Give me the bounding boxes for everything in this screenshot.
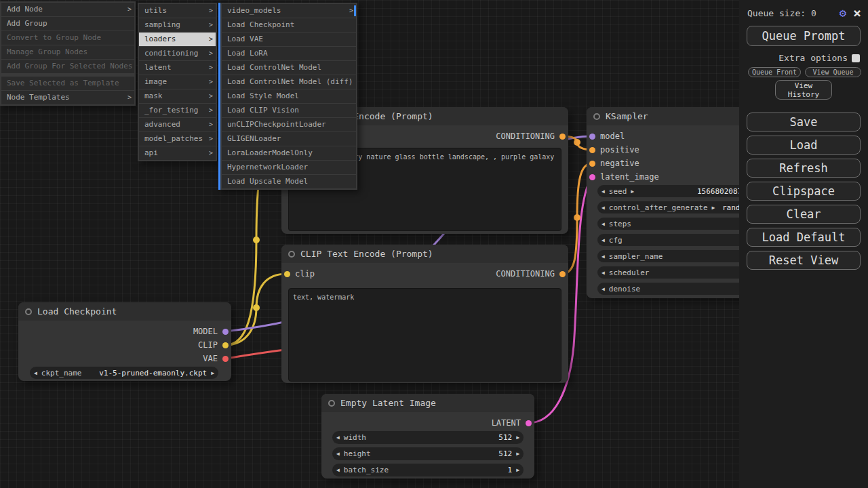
menu-item-sampling[interactable]: sampling>	[139, 18, 216, 32]
collapse-dot-icon[interactable]	[25, 308, 32, 315]
settings-gear-icon[interactable]: ⚙	[840, 6, 846, 20]
output-slot-vae-dot[interactable]	[222, 356, 229, 362]
decrement-arrow-icon[interactable]: ◀	[336, 434, 340, 441]
menu-item-loraloadermodelonly[interactable]: LoraLoaderModelOnly	[222, 146, 356, 160]
menu-item-label: api	[144, 148, 158, 157]
decrement-arrow-icon[interactable]: ◀	[601, 188, 605, 195]
menu-item-label: Load VAE	[227, 35, 263, 43]
menu-item-advanced[interactable]: advanced>	[139, 118, 216, 131]
close-icon[interactable]: ×	[853, 7, 861, 18]
extra-options-checkbox[interactable]	[852, 54, 860, 62]
decrement-arrow-icon[interactable]: ◀	[336, 451, 340, 457]
load-default-button[interactable]: Load Default	[747, 228, 861, 247]
input-slot-model-dot[interactable]	[589, 134, 595, 140]
decrement-arrow-icon[interactable]: ◀	[601, 286, 605, 292]
menu-item-load-clip-vision[interactable]: Load CLIP Vision	[222, 104, 356, 117]
menu-item-unclipcheckpointloader[interactable]: unCLIPCheckpointLoader	[222, 118, 356, 131]
reset-view-button[interactable]: Reset View	[747, 251, 861, 270]
output-slot-conditioning-dot[interactable]	[559, 271, 566, 277]
menu-item-load-style-model[interactable]: Load Style Model	[222, 89, 356, 103]
decrement-arrow-icon[interactable]: ◀	[601, 221, 605, 227]
widget-batch-size[interactable]: ◀batch_size1▶	[332, 464, 524, 476]
increment-arrow-icon[interactable]: ▶	[631, 188, 634, 195]
decrement-arrow-icon[interactable]: ◀	[601, 205, 605, 211]
output-slot-clip[interactable]: CLIP	[18, 339, 231, 351]
view-history-button[interactable]: View History	[775, 80, 832, 100]
increment-arrow-icon[interactable]: ▶	[516, 434, 519, 441]
clear-button[interactable]: Clear	[747, 205, 861, 224]
output-slot-model[interactable]: MODEL	[18, 325, 231, 338]
queue-prompt-button[interactable]: Queue Prompt	[747, 26, 861, 46]
prompt-textarea[interactable]: text, watermark	[288, 288, 561, 382]
node-canvas[interactable]: Load Checkpoint MODELCLIPVAE ◀ckpt_namev…	[0, 0, 868, 488]
node-header[interactable]: Empty Latent Image	[321, 394, 534, 412]
menu-item-model-patches[interactable]: model_patches>	[139, 132, 216, 146]
refresh-button[interactable]: Refresh	[747, 159, 861, 178]
increment-arrow-icon[interactable]: ▶	[211, 370, 214, 376]
output-slot-latent-dot[interactable]	[526, 420, 532, 426]
input-slot-negative-dot[interactable]	[589, 161, 595, 167]
output-slot-model-dot[interactable]	[222, 329, 229, 335]
menu-item-load-vae[interactable]: Load VAE	[222, 33, 356, 46]
menu-item-latent[interactable]: latent>	[139, 61, 216, 75]
submenu-arrow-icon: >	[209, 132, 213, 146]
output-slot-latent[interactable]: LATENT	[321, 417, 534, 429]
widget-value: 1	[508, 466, 513, 474]
load-button[interactable]: Load	[747, 136, 861, 155]
menu-item-mask[interactable]: mask>	[139, 89, 216, 103]
input-slot-latent-image-dot[interactable]	[589, 174, 595, 180]
menu-item-video-models[interactable]: video_models>	[222, 4, 356, 18]
menu-item-api[interactable]: api>	[139, 146, 216, 160]
node-clip-text-encode-negative[interactable]: CLIP Text Encode (Prompt) clipCONDITIONI…	[281, 245, 568, 383]
link-dot	[253, 237, 260, 243]
menu-item-load-controlnet-model[interactable]: Load ControlNet Model	[222, 61, 356, 75]
decrement-arrow-icon[interactable]: ◀	[601, 237, 605, 243]
node-load-checkpoint[interactable]: Load Checkpoint MODELCLIPVAE ◀ckpt_namev…	[18, 302, 231, 381]
menu-item-load-lora[interactable]: Load LoRA	[222, 47, 356, 60]
menu-item-loaders[interactable]: loaders>	[139, 33, 216, 46]
collapse-dot-icon[interactable]	[328, 400, 335, 407]
widget-value: 1566802087	[697, 187, 742, 196]
node-header[interactable]: Load Checkpoint	[18, 302, 231, 321]
menu-item-add-node[interactable]: Add Node>	[1, 3, 134, 16]
menu-item-gligenloader[interactable]: GLIGENLoader	[222, 132, 356, 146]
menu-item-label: Load Upscale Model	[227, 177, 308, 186]
widget-ckpt-name[interactable]: ◀ckpt_namev1-5-pruned-emaonly.ckpt▶	[30, 367, 218, 379]
menu-item-add-group[interactable]: Add Group	[1, 17, 134, 30]
node-header[interactable]: CLIP Text Encode (Prompt)	[281, 245, 568, 263]
menu-item-image[interactable]: image>	[139, 75, 216, 89]
input-slot-clip-dot[interactable]	[284, 271, 290, 277]
widget-value: 512	[498, 433, 512, 442]
menu-item-load-checkpoint[interactable]: Load Checkpoint	[222, 18, 356, 32]
output-slot-vae[interactable]: VAE	[18, 352, 231, 365]
menu-item-load-upscale-model[interactable]: Load Upscale Model	[222, 175, 356, 188]
input-slot-positive-dot[interactable]	[589, 147, 595, 153]
node-empty-latent-image[interactable]: Empty Latent Image LATENT ◀width512▶◀hei…	[321, 394, 534, 479]
decrement-arrow-icon[interactable]: ◀	[601, 270, 605, 276]
widget-width[interactable]: ◀width512▶	[332, 431, 524, 444]
menu-item-node-templates[interactable]: Node Templates>	[1, 91, 134, 104]
widget-height[interactable]: ◀height512▶	[332, 447, 524, 460]
menu-item-utils[interactable]: utils>	[139, 4, 216, 18]
queue-front-button[interactable]: Queue Front	[748, 67, 801, 77]
menu-item-hypernetworkloader[interactable]: HypernetworkLoader	[222, 161, 356, 174]
save-button[interactable]: Save	[747, 113, 861, 131]
collapse-dot-icon[interactable]	[288, 251, 295, 258]
view-queue-button[interactable]: View Queue	[805, 67, 861, 77]
output-slot-conditioning-dot[interactable]	[559, 134, 566, 140]
menu-item-load-controlnet-model-diff[interactable]: Load ControlNet Model (diff)	[222, 75, 356, 89]
menu-item-conditioning[interactable]: conditioning>	[139, 47, 216, 60]
decrement-arrow-icon[interactable]: ◀	[34, 370, 37, 376]
submenu-arrow-icon: >	[209, 18, 213, 32]
increment-arrow-icon[interactable]: ▶	[516, 451, 519, 457]
output-slot-clip-dot[interactable]	[222, 342, 229, 348]
decrement-arrow-icon[interactable]: ◀	[336, 467, 340, 473]
menu-item-label: model_patches	[144, 134, 203, 143]
decrement-arrow-icon[interactable]: ◀	[601, 253, 605, 260]
increment-arrow-icon[interactable]: ▶	[712, 205, 715, 211]
increment-arrow-icon[interactable]: ▶	[516, 467, 519, 473]
menu-item-convert-to-group-node: Convert to Group Node	[1, 31, 134, 45]
menu-item-for-testing[interactable]: _for_testing>	[139, 104, 216, 117]
clipspace-button[interactable]: Clipspace	[747, 182, 861, 201]
collapse-dot-icon[interactable]	[593, 113, 600, 120]
